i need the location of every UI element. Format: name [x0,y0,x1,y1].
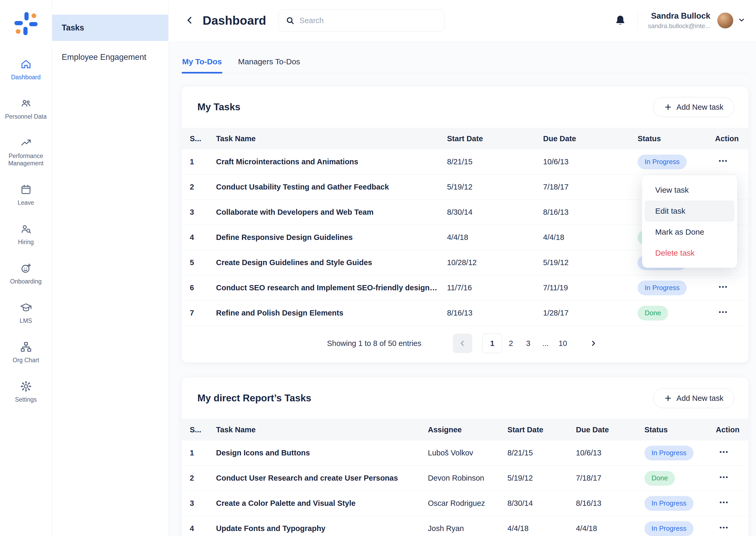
tab-managers-to-dos[interactable]: Managers To-Dos [238,54,301,73]
pagination-next-button[interactable] [583,334,603,353]
row-actions-button[interactable] [716,522,732,533]
cell-due-date: 5/19/12 [543,258,638,267]
smiley-plus-icon [20,262,32,275]
cell-due-date: 8/16/13 [576,499,644,508]
column-header-due-date: Due Date [543,134,638,143]
pagination-pages: 1 2 3 ... 10 [482,334,572,353]
sidebar-item-onboarding[interactable]: Onboarding [0,262,52,285]
cell-assignee: Devon Robinson [428,474,508,483]
cell-task-name: Conduct User Research and create User Pe… [216,474,428,483]
column-header-action: Action [715,134,742,143]
chevron-down-icon [738,16,745,25]
person-search-icon [20,222,32,235]
card-title: My Tasks [197,102,241,113]
notifications-bell-icon[interactable] [613,13,628,28]
sidebar-item-org-chart[interactable]: Org Chart [0,341,52,364]
direct-reports-table: S... Task Name Assignee Start Date Due D… [181,419,748,536]
card-title: My direct Report’s Tasks [197,393,311,404]
sidebar-item-employee-engagement[interactable]: Employee Engagement [52,44,168,70]
user-menu[interactable]: Sandra Bullock sandra.bullock@inte... [648,11,745,30]
row-actions-button[interactable] [715,282,731,292]
cell-assignee: Josh Ryan [428,524,508,533]
sidebar-item-label: Tasks [62,23,84,33]
sidebar-item-label: Employee Engagement [62,52,146,62]
cell-start-date: 8/30/14 [508,499,576,508]
pagination-page-button[interactable]: 10 [554,334,572,353]
pagination-page-button[interactable]: 3 [519,334,537,353]
pagination: Showing 1 to 8 of 50 entries 1 2 3 ... 1… [181,326,748,361]
sidebar-item-settings[interactable]: Settings [0,380,52,403]
search-input[interactable] [300,16,437,25]
cell-sno: 1 [190,449,216,457]
cell-task-name: Create a Color Palette and Visual Style [216,499,428,508]
sidebar-item-leave[interactable]: Leave [0,183,52,206]
column-header-task-name: Task Name [216,425,428,434]
cell-sno: 5 [190,258,216,267]
search-icon [285,16,295,25]
cell-task-name: Conduct Usability Testing and Gather Fee… [216,183,447,191]
status-badge: In Progress [638,281,687,295]
pagination-prev-button[interactable] [453,334,472,353]
cell-sno: 7 [190,309,216,318]
row-actions-button[interactable] [716,472,732,483]
sidebar-item-label: Leave [17,199,34,206]
column-header-status: Status [644,425,716,434]
cell-task-name: Create Design Guidelines and Style Guide… [216,258,447,267]
row-actions-button[interactable] [716,497,732,508]
menu-item-view-task[interactable]: View task [645,180,735,201]
menu-item-edit-task[interactable]: Edit task [645,201,735,221]
todo-tabs: My To-Dos Managers To-Dos [181,54,748,73]
row-context-menu: View task Edit task Mark as Done Delete … [642,175,737,268]
cell-start-date: 8/30/14 [447,208,543,217]
column-header-action: Action [716,425,742,434]
column-header-due-date: Due Date [576,425,644,434]
back-button[interactable] [184,15,196,26]
chevron-right-icon [589,339,597,347]
column-header-status: Status [638,134,715,143]
cell-task-name: Define Responsive Design Guidelines [216,233,447,242]
cell-sno: 2 [190,183,216,191]
pagination-page-button[interactable]: 2 [502,334,519,353]
sidebar-item-label: Settings [15,396,37,403]
sidebar-item-lms[interactable]: LMS [0,301,52,324]
status-badge: In Progress [638,154,687,169]
cell-due-date: 10/6/13 [576,449,644,457]
add-new-task-button[interactable]: Add New task [653,388,734,408]
add-new-task-button[interactable]: Add New task [653,97,734,117]
cell-start-date: 8/16/13 [447,309,543,318]
gear-icon [20,380,32,393]
tab-my-to-dos[interactable]: My To-Dos [181,54,222,73]
cell-due-date: 7/11/19 [543,284,638,292]
cell-start-date: 4/4/18 [508,524,576,533]
row-actions-button[interactable] [716,447,732,457]
menu-item-delete-task[interactable]: Delete task [645,243,735,263]
menu-item-mark-as-done[interactable]: Mark as Done [645,221,735,243]
sidebar-item-tasks[interactable]: Tasks [52,15,168,41]
row-actions-button[interactable] [715,156,731,166]
sidebar-item-performance-management[interactable]: Performance Management [0,137,52,167]
sidebar-item-label: Personnel Data [5,113,47,120]
status-badge: Done [638,306,668,320]
cell-sno: 2 [190,474,216,483]
icon-rail: Dashboard Personnel Data Performance Man… [0,0,52,536]
cell-start-date: 5/19/12 [447,183,543,191]
column-header-start-date: Start Date [508,425,576,434]
add-new-task-label: Add New task [676,103,723,112]
user-info: Sandra Bullock sandra.bullock@inte... [648,11,710,30]
sidebar-item-dashboard[interactable]: Dashboard [0,58,52,81]
pagination-page-button[interactable]: 1 [482,334,502,353]
row-actions-button[interactable] [715,307,731,318]
cell-start-date: 5/19/12 [508,474,576,483]
cell-assignee: Oscar Rodriguez [428,499,508,508]
cell-start-date: 10/28/12 [447,258,543,267]
pagination-page-button[interactable]: ... [537,334,554,353]
cell-due-date: 4/4/18 [543,233,638,242]
direct-reports-tasks-card: My direct Report’s Tasks Add New task S.… [181,378,748,536]
avatar [717,12,734,29]
user-email: sandra.bullock@inte... [648,22,710,30]
plus-icon [664,394,672,402]
sidebar-item-hiring[interactable]: Hiring [0,222,52,246]
sidebar-item-label: Org Chart [13,356,39,364]
sidebar-item-personnel-data[interactable]: Personnel Data [0,97,52,120]
column-header-task-name: Task Name [216,134,447,143]
